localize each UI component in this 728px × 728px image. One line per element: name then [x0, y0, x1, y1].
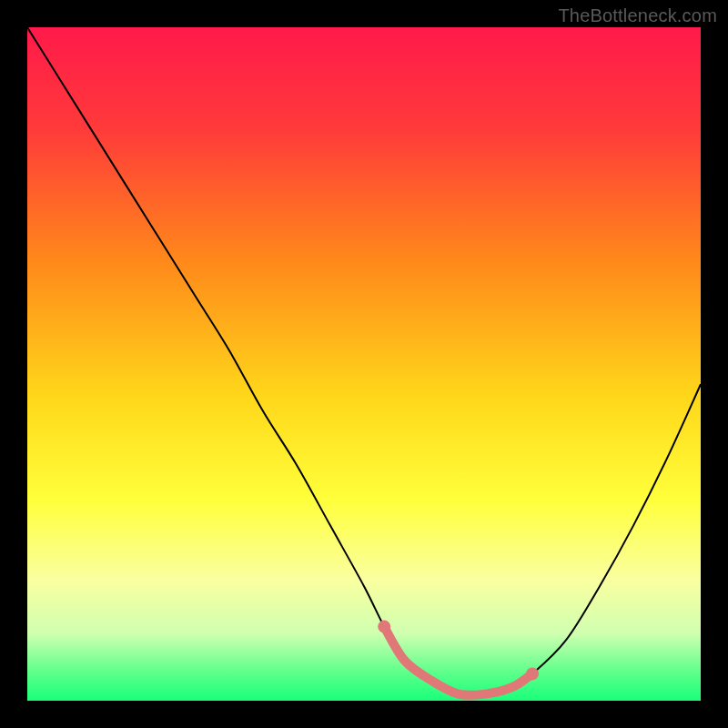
chart-container: { "watermark": "TheBottleneck.com", "cha…: [0, 0, 728, 728]
watermark-text: TheBottleneck.com: [558, 5, 717, 26]
plot-area: [27, 27, 701, 701]
bottleneck-curve: [27, 27, 701, 695]
highlight-dot: [526, 667, 539, 680]
highlight-segment: [384, 627, 532, 695]
highlight-dot: [378, 621, 390, 633]
curve-layer: [27, 27, 701, 701]
